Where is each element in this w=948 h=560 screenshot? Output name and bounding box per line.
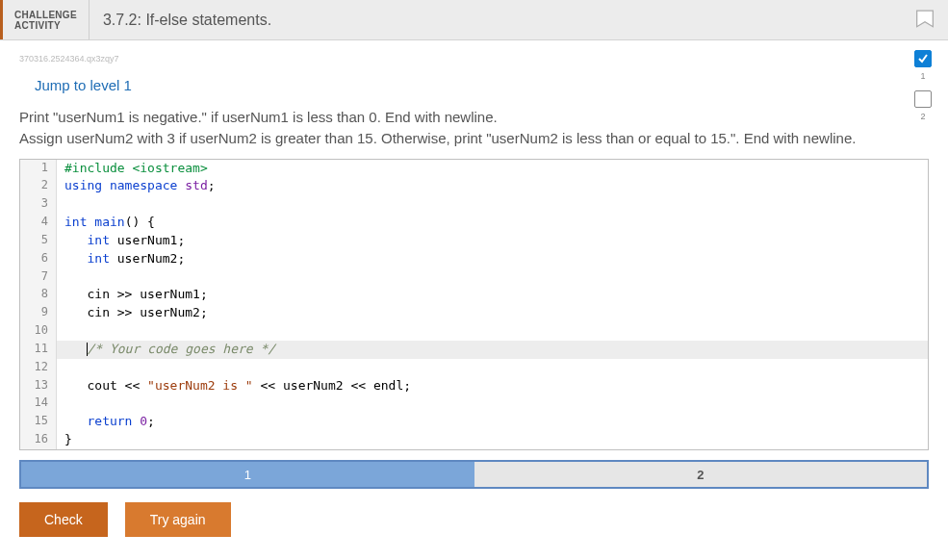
line-number: 10 <box>20 322 57 341</box>
level-sidebar: 1 2 <box>913 50 933 127</box>
level-num-1: 1 <box>920 71 925 81</box>
line-number: 5 <box>20 232 57 250</box>
bookmark-icon[interactable] <box>911 0 938 39</box>
code-content[interactable] <box>57 395 72 413</box>
code-line[interactable]: 8 cin >> userNum1; <box>20 286 928 304</box>
code-content[interactable]: cin >> userNum1; <box>57 286 208 304</box>
line-number: 13 <box>20 377 57 395</box>
code-line[interactable]: 10 <box>20 322 928 341</box>
challenge-title: 3.7.2: If-else statements. <box>90 0 911 39</box>
level-num-2: 2 <box>920 112 925 121</box>
code-line[interactable]: 5 int userNum1; <box>20 232 928 250</box>
code-content[interactable]: cout << "userNum2 is " << userNum2 << en… <box>57 377 411 395</box>
code-content[interactable]: } <box>57 431 72 449</box>
code-line[interactable]: 11 /* Your code goes here */ <box>20 341 928 359</box>
code-content[interactable] <box>57 322 72 341</box>
code-line[interactable]: 2using namespace std; <box>20 177 928 195</box>
button-row: Check Try again <box>19 502 929 537</box>
line-number: 11 <box>20 341 57 359</box>
code-line[interactable]: 6 int userNum2; <box>20 250 928 268</box>
line-number: 6 <box>20 250 57 268</box>
code-line[interactable]: 14 <box>20 395 928 413</box>
progress-segment-1[interactable]: 1 <box>21 462 474 487</box>
code-content[interactable]: int main() { <box>57 214 155 232</box>
code-line[interactable]: 9 cin >> userNum2; <box>20 304 928 322</box>
code-line[interactable]: 4int main() { <box>20 214 928 232</box>
code-content[interactable]: return 0; <box>57 413 155 431</box>
code-content[interactable] <box>57 359 72 377</box>
header-bar: CHALLENGE ACTIVITY 3.7.2: If-else statem… <box>0 0 948 40</box>
line-number: 9 <box>20 304 57 322</box>
level-box-1[interactable] <box>914 50 932 67</box>
challenge-activity-label: CHALLENGE ACTIVITY <box>0 0 90 39</box>
line-number: 7 <box>20 268 57 287</box>
code-content[interactable]: cin >> userNum2; <box>57 304 208 322</box>
line-number: 14 <box>20 395 57 413</box>
code-line[interactable]: 3 <box>20 195 928 214</box>
line-number: 8 <box>20 286 57 304</box>
instructions-text: Print "userNum1 is negative." if userNum… <box>19 107 866 149</box>
progress-row: 1 2 <box>19 460 929 489</box>
line-number: 15 <box>20 413 57 431</box>
level-box-2[interactable] <box>914 90 932 108</box>
line-number: 12 <box>20 359 57 377</box>
code-line[interactable]: 13 cout << "userNum2 is " << userNum2 <<… <box>20 377 928 395</box>
try-again-button[interactable]: Try again <box>125 502 231 537</box>
code-content[interactable] <box>57 268 72 287</box>
line-number: 16 <box>20 431 57 449</box>
code-content[interactable]: int userNum2; <box>57 250 185 268</box>
code-content[interactable]: /* Your code goes here */ <box>57 341 275 359</box>
code-line[interactable]: 12 <box>20 359 928 377</box>
challenge-label-line2: ACTIVITY <box>14 20 77 31</box>
code-line[interactable]: 1#include <iostream> <box>20 160 928 178</box>
challenge-label-line1: CHALLENGE <box>14 10 77 20</box>
content-area: 370316.2524364.qx3zqy7 1 2 Jump to level… <box>0 40 948 547</box>
code-content[interactable]: #include <iostream> <box>57 160 208 178</box>
code-line[interactable]: 15 return 0; <box>20 413 928 431</box>
line-number: 2 <box>20 177 57 195</box>
code-content[interactable]: using namespace std; <box>57 177 216 195</box>
line-number: 1 <box>20 160 57 178</box>
code-content[interactable]: int userNum1; <box>57 232 185 250</box>
line-number: 4 <box>20 214 57 232</box>
code-content[interactable] <box>57 195 72 214</box>
hash-id: 370316.2524364.qx3zqy7 <box>19 54 929 64</box>
jump-to-level-link[interactable]: Jump to level 1 <box>35 77 132 93</box>
code-line[interactable]: 7 <box>20 268 928 287</box>
check-button[interactable]: Check <box>19 502 108 537</box>
code-editor[interactable]: 1#include <iostream>2using namespace std… <box>19 159 929 451</box>
code-line[interactable]: 16} <box>20 431 928 449</box>
progress-segment-2[interactable]: 2 <box>474 462 928 487</box>
line-number: 3 <box>20 195 57 214</box>
